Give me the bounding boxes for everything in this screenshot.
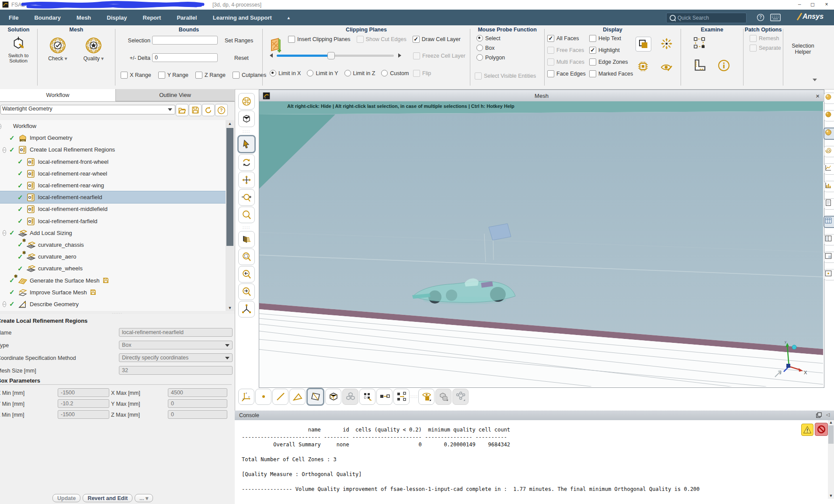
menu-item-boundary[interactable]: Boundary xyxy=(34,14,61,21)
checkbox-y-range[interactable]: Y Range xyxy=(158,72,188,79)
console-output[interactable]: name id cells (quality < 0.2) minimum qu… xyxy=(235,420,828,504)
distribute-button[interactable] xyxy=(393,389,410,405)
checkbox-all-faces[interactable]: All Faces xyxy=(547,35,589,42)
quick-search-box[interactable]: Quick Search xyxy=(666,13,747,23)
draw-sizes-button[interactable] xyxy=(636,59,650,73)
radio-custom[interactable]: Custom xyxy=(381,70,409,76)
graphics-window-titlebar[interactable]: F Mesh × xyxy=(259,90,824,102)
console-scrollbar[interactable]: ▲ ▼ xyxy=(828,420,834,504)
line-button[interactable] xyxy=(272,389,288,405)
radio-select[interactable]: Select xyxy=(476,35,505,41)
eye-square-button[interactable] xyxy=(418,389,434,405)
update-button[interactable]: Update xyxy=(52,494,80,502)
resize-grip[interactable] xyxy=(828,499,834,504)
square-to-square-button[interactable] xyxy=(376,389,393,405)
radio-limit-in-y[interactable]: Limit in Y xyxy=(307,70,338,76)
tree-item-local-refinement-farfield[interactable]: ✓local-refinement-farfield xyxy=(0,215,226,227)
magnifier-button[interactable] xyxy=(238,207,255,223)
tree-item-import-geometry[interactable]: ✓CADImport Geometry xyxy=(0,132,226,144)
quad-button[interactable] xyxy=(306,388,324,406)
menu-item-parallel[interactable]: Parallel xyxy=(177,14,197,21)
console-titlebar[interactable]: Console ◁ xyxy=(235,411,834,421)
tree-item-create-local-refinement-regions[interactable]: −✓Create Local Refinement Regions xyxy=(0,144,226,155)
menu-item-report[interactable]: Report xyxy=(143,14,161,21)
mesh-3d-scene[interactable]: X y z xyxy=(259,101,823,387)
spiral-button[interactable] xyxy=(824,146,834,157)
tree-item-curvature-chassis[interactable]: ✓✱curvature_chassis xyxy=(0,239,226,251)
checkbox-marked-faces[interactable]: Marked Faces xyxy=(589,70,642,77)
checkbox-draw-cell-layer[interactable]: Draw Cell Layer xyxy=(413,36,461,43)
slider-left-arrow[interactable] xyxy=(270,53,273,58)
box-select-icon[interactable] xyxy=(693,37,707,50)
pan-button[interactable] xyxy=(238,172,255,188)
expander-icon[interactable]: − xyxy=(0,124,4,129)
help-icon[interactable]: ? xyxy=(756,13,765,22)
menu-item-learning-and-support[interactable]: Learning and Support xyxy=(213,14,272,21)
menu-item-mesh[interactable]: Mesh xyxy=(76,14,91,21)
set-ranges-button[interactable]: Set Ranges xyxy=(225,38,253,44)
chevron-left-icon[interactable]: ◁ xyxy=(826,412,830,418)
close-button[interactable]: × xyxy=(824,1,830,7)
panel-dot-button[interactable] xyxy=(824,269,834,280)
reset-button[interactable]: Reset xyxy=(234,55,249,61)
ribbon-collapse-arrow[interactable]: ▴ xyxy=(288,15,290,20)
tree-item-describe-geometry[interactable]: −✓Describe Geometry xyxy=(0,298,226,310)
hide-selection-button[interactable] xyxy=(659,60,674,74)
clipping-plane-icon[interactable] xyxy=(268,38,283,53)
mesh-quality-button[interactable]: Quality ▾ xyxy=(80,37,108,62)
table-grid-button[interactable] xyxy=(824,216,834,228)
ball-a-button[interactable] xyxy=(824,93,834,104)
popout-icon[interactable] xyxy=(816,412,822,419)
checkbox-face-edges[interactable]: Face Edges xyxy=(547,70,589,77)
reload-workflow-button[interactable] xyxy=(202,104,215,116)
expander-icon[interactable]: − xyxy=(3,230,9,235)
axis-xyz-button[interactable]: zyx xyxy=(238,389,254,405)
copy-zones-button[interactable] xyxy=(636,37,651,52)
mesh-check-button[interactable]: Check ▾ xyxy=(44,37,72,62)
workflow-type-select[interactable]: Watertight Geometry xyxy=(0,105,175,114)
tree-item-add-local-sizing[interactable]: −✓Add Local Sizing xyxy=(0,227,226,239)
panel-box-button[interactable] xyxy=(824,252,834,263)
info-icon[interactable] xyxy=(718,59,730,72)
menu-item-display[interactable]: Display xyxy=(107,14,127,21)
checkbox-edge-zones[interactable]: Edge Zones xyxy=(589,59,642,66)
tree-item-curvature-aero[interactable]: ✓✱curvature_aero xyxy=(0,251,226,262)
zoom-inout-button[interactable] xyxy=(238,189,255,206)
perspective-button[interactable] xyxy=(238,231,255,248)
rotate-button[interactable] xyxy=(238,154,255,171)
ball-b-button[interactable] xyxy=(824,110,834,121)
maximize-button[interactable]: ◻ xyxy=(810,1,816,7)
radio-box[interactable]: Box xyxy=(476,45,505,51)
open-workflow-button[interactable] xyxy=(176,104,188,116)
tree-item-improve-surface-mesh[interactable]: ✓Improve Surface Mesh xyxy=(0,287,226,298)
delta-input[interactable] xyxy=(152,53,218,62)
warning-button[interactable] xyxy=(801,424,813,436)
workflow-help-button[interactable]: ? xyxy=(215,104,228,116)
scroll-down-icon[interactable]: ▼ xyxy=(828,494,834,498)
menu-item-file[interactable]: File xyxy=(9,14,18,21)
close-graphics-icon[interactable]: × xyxy=(816,92,820,100)
cube-wire-button[interactable] xyxy=(325,389,341,405)
selection-helper-button[interactable]: Selection Helper xyxy=(784,43,822,55)
ball-c-button[interactable] xyxy=(824,128,834,140)
tree-scrollbar[interactable]: ▲ ▼ xyxy=(226,120,234,311)
scroll-down-icon[interactable]: ▼ xyxy=(227,306,233,310)
radio-limit-in-z[interactable]: Limit in Z xyxy=(344,70,375,76)
tree-item-local-refinement-nearfield[interactable]: ✓local-refinement-nearfield xyxy=(0,191,226,203)
zoom-region-button[interactable] xyxy=(238,249,255,265)
cube-dashed-button[interactable] xyxy=(238,110,255,127)
selection-helper-dropdown-arrow[interactable] xyxy=(813,79,817,81)
slider-thumb[interactable] xyxy=(327,52,335,59)
slider-right-arrow[interactable] xyxy=(398,53,401,58)
tree-item-local-refinement-rear-wing[interactable]: ✓local-refinement-rear-wing xyxy=(0,180,226,191)
tab-outline-view[interactable]: Outline View xyxy=(116,89,234,101)
doc-lines-button[interactable] xyxy=(824,198,834,210)
panel-split-button[interactable] xyxy=(824,234,834,245)
checkbox-x-range[interactable]: X Range xyxy=(121,72,151,79)
console-scrollbar-thumb[interactable] xyxy=(828,425,834,444)
node-graph-button[interactable] xyxy=(452,389,469,405)
zoom-prev-button[interactable] xyxy=(238,266,255,283)
keyboard-icon[interactable] xyxy=(770,14,781,21)
cursor-button[interactable] xyxy=(237,135,256,153)
zoom-next-button[interactable] xyxy=(238,283,255,300)
